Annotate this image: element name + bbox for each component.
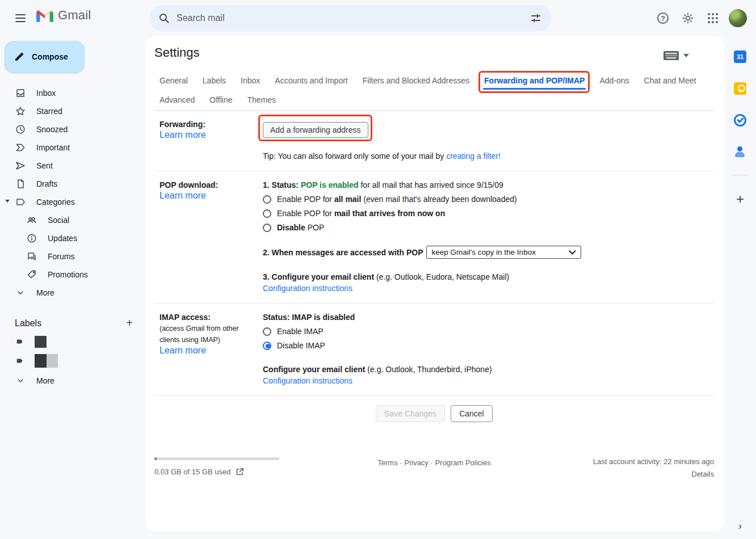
chevron-down-icon — [15, 375, 26, 386]
sidebar-item-snoozed[interactable]: Snoozed — [0, 120, 145, 138]
search-input[interactable] — [177, 13, 524, 23]
pop-download-section: POP download: Learn more 1. Status: POP … — [154, 171, 714, 304]
pop-configuration-instructions-link[interactable]: Configuration instructions — [263, 284, 352, 293]
input-tools-toggle[interactable] — [663, 51, 689, 60]
forwarding-label: Forwarding: — [159, 119, 257, 130]
sidebar-item-starred[interactable]: Starred — [0, 102, 145, 120]
tab-general[interactable]: General — [159, 73, 188, 91]
imap-option-disable: Disable IMAP — [263, 340, 714, 351]
sidebar-item-drafts[interactable]: Drafts — [0, 175, 145, 193]
redacted-label-text — [35, 354, 58, 368]
select-caret-icon — [569, 247, 576, 255]
keyboard-icon — [663, 51, 679, 60]
creating-a-filter-link[interactable]: creating a filter! — [446, 151, 501, 161]
labels-header: Labels + — [0, 317, 145, 330]
sidebar-item-sent[interactable]: Sent — [0, 157, 145, 175]
imap-learn-more-link[interactable]: Learn more — [159, 346, 206, 355]
categories-expand-icon[interactable] — [5, 200, 10, 203]
label-item-1[interactable] — [0, 332, 145, 351]
caret-down-icon — [683, 54, 689, 57]
imap-configure-label: Configure your email client (e.g. Outloo… — [263, 364, 714, 375]
help-icon[interactable]: ? — [652, 7, 674, 30]
send-icon — [15, 160, 26, 171]
radio-enable-pop-all-mail[interactable] — [263, 195, 271, 204]
contacts-icon[interactable] — [729, 141, 751, 163]
sidebar-item-updates[interactable]: Updates — [0, 229, 145, 247]
main-menu-icon[interactable] — [12, 10, 28, 26]
calendar-icon[interactable]: 31 — [729, 45, 751, 68]
sidebar-item-forums[interactable]: Forums — [0, 247, 145, 266]
star-icon — [15, 106, 26, 117]
storage-meter — [154, 457, 279, 460]
create-label-icon[interactable]: + — [126, 317, 133, 330]
tab-labels[interactable]: Labels — [203, 73, 226, 91]
topbar-actions: ? — [652, 7, 749, 30]
pop-status-value: POP is enabled — [301, 180, 359, 190]
tab-filters-and-blocked-addresses[interactable]: Filters and Blocked Addresses — [363, 73, 469, 91]
search-icon[interactable] — [158, 12, 170, 24]
tab-offline[interactable]: Offline — [209, 92, 232, 110]
gmail-logo: Gmail — [36, 8, 91, 23]
imap-access-label: IMAP access: — [159, 311, 257, 323]
labels-more[interactable]: More — [0, 372, 145, 390]
info-icon — [26, 233, 37, 244]
tasks-icon[interactable] — [729, 109, 751, 132]
imap-configuration-instructions-link[interactable]: Configuration instructions — [263, 376, 352, 385]
pop-learn-more-link[interactable]: Learn more — [159, 191, 206, 200]
top-bar: Gmail ? — [0, 0, 756, 36]
tab-advanced[interactable]: Advanced — [159, 92, 195, 110]
sidebar-item-more[interactable]: More — [0, 284, 145, 302]
google-apps-icon[interactable] — [702, 7, 724, 30]
sidebar-item-inbox[interactable]: Inbox — [0, 84, 145, 102]
search-options-icon[interactable] — [524, 7, 547, 30]
settings-gear-icon[interactable] — [677, 7, 699, 30]
details-link[interactable]: Details — [491, 470, 714, 478]
sidebar-item-important[interactable]: Important — [0, 138, 145, 157]
external-link-icon[interactable] — [236, 468, 244, 476]
forwarding-learn-more-link[interactable]: Learn more — [159, 130, 206, 140]
gmail-settings-page: Gmail ? Compose — [0, 0, 756, 539]
radio-enable-pop-from-now-on[interactable] — [263, 209, 271, 218]
sidebar-item-categories[interactable]: Categories — [0, 193, 145, 211]
account-avatar[interactable] — [726, 7, 749, 30]
tab-add-ons[interactable]: Add-ons — [599, 73, 629, 91]
save-changes-button[interactable]: Save Changes — [376, 405, 445, 422]
tab-chat-and-meet[interactable]: Chat and Meet — [644, 73, 696, 91]
form-actions: Save Changes Cancel — [154, 405, 714, 422]
forwarding-tip-text: Tip: You can also forward only some of y… — [263, 151, 446, 161]
label-item-2[interactable] — [0, 351, 145, 370]
draft-file-icon — [15, 178, 26, 190]
add-forwarding-address-button[interactable]: Add a forwarding address — [263, 122, 368, 138]
gmail-wordmark: Gmail — [58, 8, 91, 23]
radio-disable-pop[interactable] — [263, 224, 271, 232]
radio-enable-imap[interactable] — [263, 327, 271, 336]
tab-accounts-and-import[interactable]: Accounts and Import — [275, 73, 347, 91]
left-sidebar: Compose Inbox Starred Snoozed Important … — [0, 36, 145, 539]
sidebar-nav: Inbox Starred Snoozed Important Sent Dra… — [0, 84, 145, 302]
people-icon — [26, 214, 37, 226]
pop-status-line: 1. Status: POP is enabled for all mail t… — [263, 179, 714, 191]
compose-button[interactable]: Compose — [5, 41, 85, 73]
footer-links[interactable]: Terms · Privacy · Program Policies — [377, 457, 490, 478]
keep-icon[interactable] — [729, 77, 751, 100]
card-footer: 0.03 GB of 15 GB used Terms · Privacy · … — [154, 457, 714, 478]
pop-option-disable: Disable POP — [263, 222, 714, 233]
cancel-button[interactable]: Cancel — [451, 405, 493, 422]
pencil-icon — [14, 51, 25, 62]
hide-panel-chevron-icon[interactable]: › — [738, 520, 742, 532]
tab-themes[interactable]: Themes — [247, 92, 276, 110]
imap-option-enable: Enable IMAP — [263, 326, 714, 337]
search-bar[interactable] — [149, 5, 552, 31]
storage-block: 0.03 GB of 15 GB used — [154, 457, 377, 478]
tab-inbox[interactable]: Inbox — [241, 73, 260, 91]
pop-behavior-select[interactable]: keep Gmail's copy in the Inbox — [426, 246, 581, 259]
storage-text: 0.03 GB of 15 GB used — [154, 468, 230, 476]
forwarding-section: Forwarding: Learn more Add a forwarding … — [154, 111, 714, 171]
radio-disable-imap[interactable] — [263, 342, 271, 350]
tab-forwarding-and-pop-imap[interactable]: Forwarding and POP/IMAP — [484, 73, 585, 91]
get-add-ons-icon[interactable]: + — [736, 191, 744, 207]
label-tag-icon — [15, 336, 26, 347]
sidebar-item-social[interactable]: Social — [0, 211, 145, 229]
account-activity-block: Last account activity: 22 minutes ago De… — [491, 457, 714, 478]
sidebar-item-promotions[interactable]: Promotions — [0, 266, 145, 284]
